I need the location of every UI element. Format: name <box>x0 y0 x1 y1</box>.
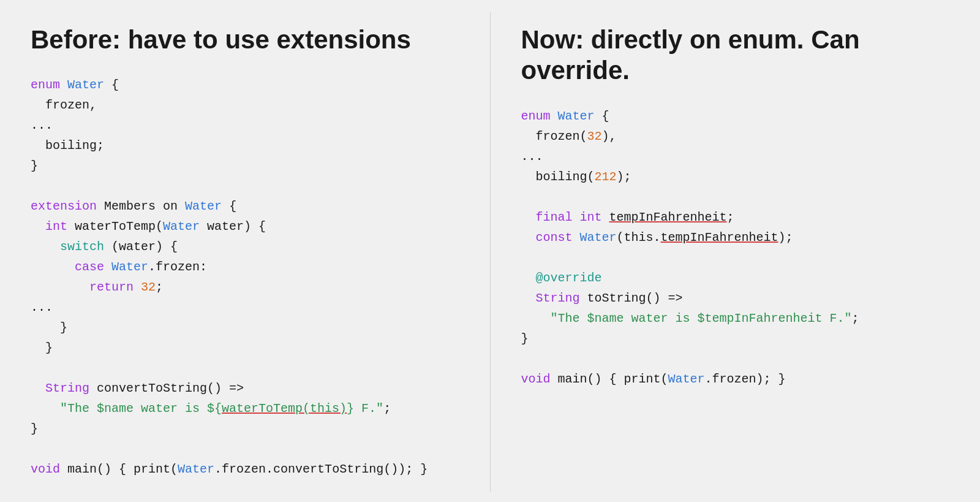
right-title: Now: directly on enum. Can override. <box>521 25 950 86</box>
left-panel: Before: have to use extensions enum Wate… <box>0 0 490 502</box>
right-panel: Now: directly on enum. Can override. enu… <box>491 0 981 502</box>
left-code: enum Water { frozen, ... boiling; } exte… <box>31 75 459 479</box>
left-title: Before: have to use extensions <box>31 25 459 55</box>
right-code: enum Water { frozen(32), ... boiling(212… <box>521 106 950 389</box>
